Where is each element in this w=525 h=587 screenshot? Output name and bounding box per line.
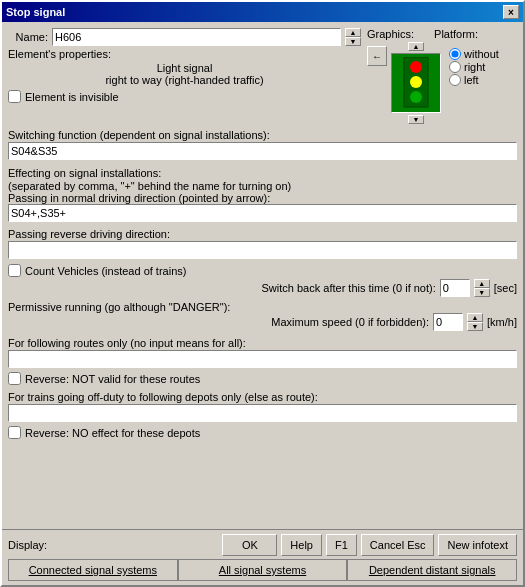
element-invisible-checkbox[interactable] xyxy=(8,90,21,103)
graphics-scroll-up[interactable]: ▲ xyxy=(408,42,424,51)
platform-right-label: right xyxy=(464,61,485,73)
dependent-distant-signals-link[interactable]: Dependent distant signals xyxy=(347,559,517,581)
all-signal-systems-link[interactable]: All signal systems xyxy=(178,559,348,581)
graphics-controls: ← ▲ xyxy=(367,42,517,124)
name-input[interactable] xyxy=(52,28,341,46)
platform-options: without right left xyxy=(449,48,499,86)
permissive-speed-input[interactable] xyxy=(433,313,463,331)
new-infotext-button[interactable]: New infotext xyxy=(438,534,517,556)
right-top: Graphics: Platform: ← ▲ xyxy=(367,28,517,124)
name-row: Name: ▲ ▼ xyxy=(8,28,361,46)
elements-properties-label: Element's properties: xyxy=(8,48,361,60)
effecting-input[interactable] xyxy=(8,204,517,222)
platform-without-label: without xyxy=(464,48,499,60)
switching-function-label: Switching function (dependent on signal … xyxy=(8,129,517,141)
switch-back-label: Switch back after this time (0 if not): xyxy=(262,282,436,294)
effecting-desc2: Passing in normal driving direction (poi… xyxy=(8,192,517,204)
svg-point-1 xyxy=(410,61,422,73)
following-routes-section: For following routes only (no input mean… xyxy=(8,335,517,368)
following-routes-input[interactable] xyxy=(8,350,517,368)
element-line2: right to way (right-handed traffic) xyxy=(8,74,361,86)
switching-function-section: Switching function (dependent on signal … xyxy=(8,127,517,160)
permissive-speed-label: Maximum speed (0 if forbidden): xyxy=(271,316,429,328)
effecting-label: Effecting on signal installations: xyxy=(8,167,517,179)
graphics-header: Graphics: Platform: xyxy=(367,28,517,40)
reverse-no-effect-checkbox[interactable] xyxy=(8,426,21,439)
passing-reverse-label: Passing reverse driving direction: xyxy=(8,228,517,240)
bottom-bar: Display: OK Help F1 Cancel Esc New infot… xyxy=(2,529,523,585)
name-spin-down[interactable]: ▼ xyxy=(345,37,361,46)
permissive-spin-down[interactable]: ▼ xyxy=(467,322,483,331)
button-row: Display: OK Help F1 Cancel Esc New infot… xyxy=(8,534,517,556)
display-label: Display: xyxy=(8,539,47,551)
count-vehicles-checkbox[interactable] xyxy=(8,264,21,277)
ok-button[interactable]: OK xyxy=(222,534,277,556)
stop-signal-window: Stop signal × Name: ▲ ▼ Element's proper… xyxy=(0,0,525,587)
platform-without-row: without xyxy=(449,48,499,60)
platform-left-radio[interactable] xyxy=(449,74,461,86)
help-button[interactable]: Help xyxy=(281,534,322,556)
reverse-not-valid-checkbox[interactable] xyxy=(8,372,21,385)
following-routes-label: For following routes only (no input mean… xyxy=(8,337,517,349)
platform-left-label: left xyxy=(464,74,479,86)
element-props-text: Light signal right to way (right-handed … xyxy=(8,62,361,86)
main-content: Name: ▲ ▼ Element's properties: Light si… xyxy=(2,22,523,529)
permissive-label: Permissive running (go although "DANGER"… xyxy=(8,301,230,313)
platform-label: Platform: xyxy=(434,28,478,40)
window-title: Stop signal xyxy=(6,6,65,18)
switch-back-input[interactable] xyxy=(440,279,470,297)
graphics-area: ▲ ▼ xyxy=(391,42,441,124)
graphics-label: Graphics: xyxy=(367,28,414,40)
switch-back-row: Switch back after this time (0 if not): … xyxy=(8,279,517,297)
reverse-no-effect-label: Reverse: NO effect for these depots xyxy=(25,427,200,439)
off-duty-label: For trains going off-duty to following d… xyxy=(8,391,517,403)
connected-signal-systems-link[interactable]: Connected signal systems xyxy=(8,559,178,581)
passing-reverse-section: Passing reverse driving direction: xyxy=(8,226,517,259)
svg-point-3 xyxy=(410,91,422,103)
permissive-speed-row: Maximum speed (0 if forbidden): ▲ ▼ [km/… xyxy=(8,313,517,331)
switch-back-spinbox: ▲ ▼ xyxy=(474,279,490,297)
link-row: Connected signal systems All signal syst… xyxy=(8,559,517,581)
close-button[interactable]: × xyxy=(503,5,519,19)
element-invisible-row: Element is invisible xyxy=(8,90,361,103)
off-duty-input[interactable] xyxy=(8,404,517,422)
reverse-not-valid-row: Reverse: NOT valid for these routes xyxy=(8,372,517,385)
left-arrow-button[interactable]: ← xyxy=(367,46,387,66)
permissive-unit: [km/h] xyxy=(487,316,517,328)
count-vehicles-row: Count Vehicles (instead of trains) xyxy=(8,264,517,277)
cancel-button[interactable]: Cancel Esc xyxy=(361,534,435,556)
effecting-desc1: (separated by comma, "+" behind the name… xyxy=(8,180,517,192)
platform-left-row: left xyxy=(449,74,499,86)
permissive-spinbox: ▲ ▼ xyxy=(467,313,483,331)
reverse-no-effect-row: Reverse: NO effect for these depots xyxy=(8,426,517,439)
switch-back-spin-down[interactable]: ▼ xyxy=(474,288,490,297)
top-section: Name: ▲ ▼ Element's properties: Light si… xyxy=(8,28,517,124)
arrow-control: ← xyxy=(367,46,387,66)
title-bar: Stop signal × xyxy=(2,2,523,22)
platform-without-radio[interactable] xyxy=(449,48,461,60)
svg-point-2 xyxy=(410,76,422,88)
switch-back-unit: [sec] xyxy=(494,282,517,294)
passing-reverse-input[interactable] xyxy=(8,241,517,259)
graphics-box xyxy=(391,53,441,113)
platform-right-row: right xyxy=(449,61,499,73)
element-invisible-label: Element is invisible xyxy=(25,91,119,103)
left-top: Name: ▲ ▼ Element's properties: Light si… xyxy=(8,28,361,124)
permissive-row: Permissive running (go although "DANGER"… xyxy=(8,301,517,313)
graphics-scroll-down[interactable]: ▼ xyxy=(408,115,424,124)
element-line1: Light signal xyxy=(8,62,361,74)
permissive-section: Permissive running (go although "DANGER"… xyxy=(8,301,517,331)
switch-back-spin-up[interactable]: ▲ xyxy=(474,279,490,288)
signal-svg xyxy=(402,57,430,109)
off-duty-section: For trains going off-duty to following d… xyxy=(8,389,517,422)
name-spinbox: ▲ ▼ xyxy=(345,28,361,46)
name-spin-up[interactable]: ▲ xyxy=(345,28,361,37)
permissive-spin-up[interactable]: ▲ xyxy=(467,313,483,322)
name-label: Name: xyxy=(8,31,48,43)
count-vehicles-section: Count Vehicles (instead of trains) Switc… xyxy=(8,264,517,297)
count-vehicles-label: Count Vehicles (instead of trains) xyxy=(25,265,186,277)
effecting-section: Effecting on signal installations: (sepa… xyxy=(8,165,517,222)
platform-right-radio[interactable] xyxy=(449,61,461,73)
switching-function-input[interactable] xyxy=(8,142,517,160)
f1-button[interactable]: F1 xyxy=(326,534,357,556)
